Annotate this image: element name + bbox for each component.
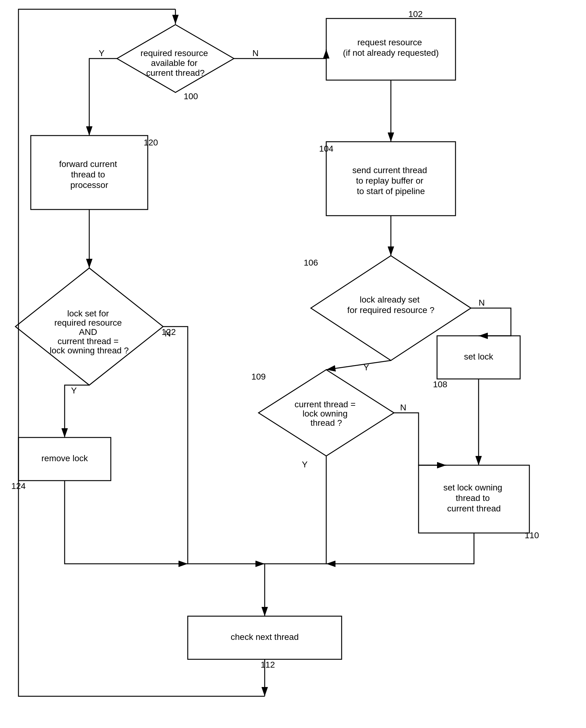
node-106-number: 106: [304, 258, 318, 268]
label-100-y: Y: [99, 48, 105, 58]
node-100-number: 100: [184, 92, 198, 101]
label-100-n: N: [252, 48, 259, 58]
node-109-number: 109: [251, 372, 266, 381]
node-108-label: set lock: [464, 352, 494, 361]
node-112-number: 112: [261, 660, 275, 670]
arrow-106-y-to-109: [326, 360, 391, 370]
label-122-y: Y: [71, 386, 77, 395]
node-104-number: 104: [319, 144, 334, 153]
arrow-100-no-to-102: [234, 49, 326, 58]
label-106-n: N: [479, 298, 485, 307]
label-106-y: Y: [364, 362, 369, 372]
arrow-100-yes-to-120: [89, 58, 117, 135]
label-109-n: N: [400, 403, 406, 412]
arrow-106-n-to-108: [471, 308, 511, 336]
node-110-number: 110: [525, 530, 539, 540]
arrow-122-n-to-merge: [163, 327, 265, 564]
arrow-124-to-merge: [64, 481, 188, 564]
node-102-number: 102: [408, 9, 423, 19]
node-104-label: send current thread to replay buffer or …: [352, 166, 430, 196]
arrow-109-y-to-112: [265, 456, 326, 616]
label-109-y: Y: [302, 460, 308, 469]
arrow-110-to-112: [326, 533, 474, 564]
node-112-label: check next thread: [231, 632, 298, 642]
label-122-n: N: [165, 329, 171, 338]
flowchart-diagram: required resource available for current …: [0, 0, 586, 728]
node-124-label: remove lock: [42, 453, 88, 463]
arrow-122-y-to-124: [64, 385, 89, 437]
arrow-109-n-to-110: [394, 413, 446, 465]
node-120-number: 120: [144, 138, 158, 147]
node-108-number: 108: [433, 380, 448, 389]
